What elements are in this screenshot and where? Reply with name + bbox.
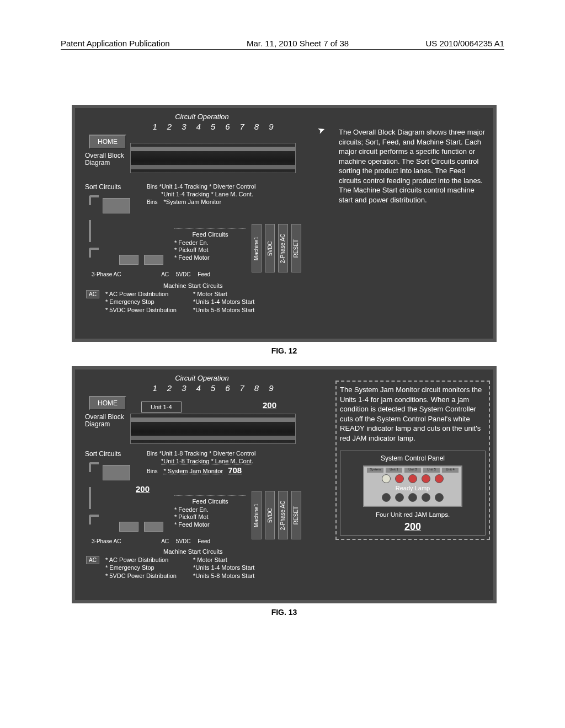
sort-item-jam[interactable]: * System Jam Monitor bbox=[164, 468, 223, 474]
arrow-icon bbox=[89, 515, 99, 524]
scp-cell: Unit 4 bbox=[442, 468, 459, 473]
step-2[interactable]: 2 bbox=[167, 122, 172, 131]
step-3[interactable]: 3 bbox=[182, 383, 186, 393]
scp-panel: System Unit 1 Unit 2 Unit 3 Unit 4 Ready… bbox=[363, 465, 462, 507]
scp-header-row: System Unit 1 Unit 2 Unit 3 Unit 4 bbox=[367, 468, 459, 473]
step-9[interactable]: 9 bbox=[269, 383, 273, 393]
callout-200: 200 bbox=[263, 400, 276, 410]
feed-item: * Feeder En. bbox=[174, 239, 246, 247]
step-5[interactable]: 5 bbox=[211, 122, 215, 131]
bins-label-top: Bins bbox=[147, 451, 157, 457]
knob-icon bbox=[408, 493, 417, 502]
block-icon bbox=[144, 255, 163, 265]
step-1[interactable]: 1 bbox=[152, 383, 157, 393]
feed-item: * Feed Motor bbox=[174, 254, 246, 261]
knob-icon bbox=[435, 493, 444, 502]
ms-item: * Motor Start bbox=[193, 290, 254, 298]
feed-circuits: Feed Circuits * Feeder En. * Pickoff Mot… bbox=[174, 495, 246, 528]
step-6[interactable]: 6 bbox=[225, 383, 230, 393]
diagram-area: Circuit Operation 1 2 3 4 5 6 7 8 9 HOME… bbox=[81, 374, 323, 595]
scp-knob-row bbox=[382, 493, 444, 502]
ms-item: * Motor Start bbox=[193, 556, 254, 564]
ac-badge: AC bbox=[86, 556, 99, 564]
panel-title: Circuit Operation bbox=[81, 113, 323, 121]
step-9[interactable]: 9 bbox=[269, 122, 273, 131]
vbar: RESET bbox=[291, 491, 301, 539]
vbar: 2-Phase AC bbox=[278, 224, 288, 272]
home-button[interactable]: HOME bbox=[89, 396, 126, 410]
feed-head: Feed Circuits bbox=[174, 231, 246, 238]
step-5[interactable]: 5 bbox=[211, 383, 215, 393]
sort-item: *System Jam Monitor bbox=[164, 199, 222, 205]
callout-200: 200 bbox=[136, 484, 150, 494]
arrow-icon bbox=[89, 487, 99, 509]
step-4[interactable]: 4 bbox=[196, 122, 200, 131]
callout-708: 708 bbox=[228, 465, 242, 475]
bottom-labels: 3-Phase AC AC 5VDC Feed bbox=[92, 538, 216, 544]
arrow-icon bbox=[89, 220, 99, 242]
step-6[interactable]: 6 bbox=[225, 122, 230, 131]
scp-subtitle: Four Unit red JAM Lamps. bbox=[343, 511, 483, 518]
arrow-icon bbox=[89, 248, 99, 258]
ms-item: * AC Power Distribution bbox=[105, 556, 177, 564]
header-left: Patent Application Publication bbox=[61, 39, 170, 48]
figure-13-panel: Circuit Operation 1 2 3 4 5 6 7 8 9 HOME… bbox=[72, 366, 497, 603]
machine-start-label: Machine Start Circuits bbox=[163, 548, 223, 555]
feed-item: * Pickoff Mot bbox=[174, 513, 246, 521]
step-3[interactable]: 3 bbox=[182, 122, 186, 131]
feed-circuits: Feed Circuits * Feeder En. * Pickoff Mot… bbox=[174, 228, 246, 261]
figure-13-caption: FIG. 13 bbox=[72, 608, 497, 617]
sort-circuits-label: Sort Circuits bbox=[85, 183, 121, 191]
vertical-labels: Machine1 5VDC 2-Phase AC RESET bbox=[252, 490, 301, 539]
figure-12-caption: FIG. 12 bbox=[72, 346, 497, 355]
machine-start-label: Machine Start Circuits bbox=[163, 282, 223, 289]
step-1[interactable]: 1 bbox=[152, 122, 157, 131]
scp-lamp-row bbox=[382, 474, 444, 483]
step-8[interactable]: 8 bbox=[254, 122, 259, 131]
callout-200: 200 bbox=[404, 521, 421, 533]
bins-label-top: Bins bbox=[147, 184, 157, 190]
unit-label: Unit 1-4 bbox=[141, 402, 182, 413]
bottom-labels: 3-Phase AC AC 5VDC Feed bbox=[92, 271, 216, 277]
vbar: Machine1 bbox=[252, 224, 262, 272]
scp-cell: Unit 3 bbox=[423, 468, 440, 473]
ms-item: * Emergency Stop bbox=[105, 564, 177, 571]
step-8[interactable]: 8 bbox=[254, 383, 259, 393]
ms-item: * Emergency Stop bbox=[105, 298, 177, 306]
step-4[interactable]: 4 bbox=[196, 383, 200, 393]
step-numbers: 1 2 3 4 5 6 7 8 9 bbox=[81, 122, 323, 131]
step-7[interactable]: 7 bbox=[240, 383, 244, 393]
ready-lamp-icon bbox=[382, 474, 391, 483]
jam-lamp-icon bbox=[395, 474, 404, 483]
description-text: The Overall Block Diagram shows three ma… bbox=[339, 127, 488, 205]
machine-photo bbox=[130, 414, 296, 444]
block-icon bbox=[119, 522, 138, 532]
step-2[interactable]: 2 bbox=[167, 383, 172, 393]
vbar: 5VDC bbox=[265, 224, 275, 272]
home-button[interactable]: HOME bbox=[89, 135, 126, 149]
step-7[interactable]: 7 bbox=[240, 122, 244, 131]
header-right: US 2010/0064235 A1 bbox=[425, 39, 504, 48]
ms-item: *Units 1-4 Motors Start bbox=[193, 564, 254, 571]
knob-icon bbox=[422, 493, 430, 502]
scp-cell: Unit 1 bbox=[386, 468, 402, 473]
sort-circuits-label: Sort Circuits bbox=[85, 450, 121, 458]
ms-item: *Units 5-8 Motors Start bbox=[193, 572, 254, 580]
system-control-panel-block: System Control Panel System Unit 1 Unit … bbox=[340, 451, 486, 536]
step-numbers: 1 2 3 4 5 6 7 8 9 bbox=[81, 383, 323, 393]
sort-item[interactable]: *Unit 1-8 Tracking * Lane M. Cont. bbox=[161, 458, 253, 464]
feed-item: * Pickoff Mot bbox=[174, 247, 246, 254]
machine-start-items: * AC Power Distribution * Emergency Stop… bbox=[105, 556, 254, 580]
block-icon bbox=[119, 255, 138, 265]
bins-label-bot: Bins bbox=[147, 199, 157, 205]
header-mid: Mar. 11, 2010 Sheet 7 of 38 bbox=[247, 39, 349, 48]
machine-photo bbox=[130, 143, 296, 173]
jam-lamp-icon bbox=[435, 474, 444, 483]
feed-item: * Feed Motor bbox=[174, 521, 246, 528]
diagram-area: Circuit Operation 1 2 3 4 5 6 7 8 9 HOME… bbox=[81, 113, 323, 333]
sort-item: *Unit 1-4 Tracking * Lane M. Cont. bbox=[161, 191, 253, 197]
knob-icon bbox=[395, 493, 404, 502]
sort-circuits-items: Bins *Unit 1-4 Tracking * Diverter Contr… bbox=[147, 183, 255, 206]
ms-item: *Units 1-4 Motors Start bbox=[193, 298, 254, 306]
ms-item: *Units 5-8 Motors Start bbox=[193, 306, 254, 314]
